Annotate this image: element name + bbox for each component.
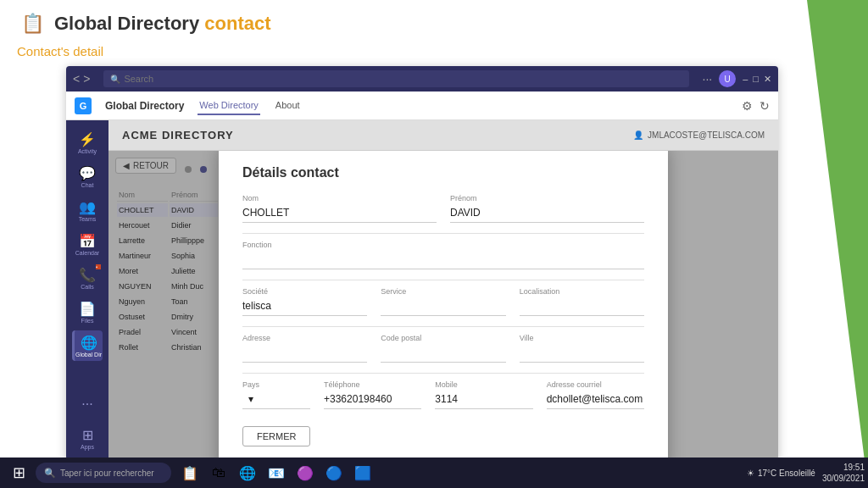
adresse-value — [242, 344, 367, 363]
app-window: < > 🔍 ··· U – □ ✕ G Global Directory Web… — [66, 66, 778, 460]
pays-value: ▾ — [242, 391, 310, 409]
apps-icon: ⊞ — [82, 427, 93, 443]
taskbar-mail-icon: 📧 — [268, 465, 285, 481]
search-input[interactable] — [124, 74, 682, 84]
prenom-value: DAVID — [450, 204, 644, 223]
sidebar-item-teams[interactable]: 👥 Teams — [72, 195, 103, 225]
taskbar-edge-icon: 🌐 — [239, 465, 256, 481]
weather-text: 17°C Ensoleillé — [758, 469, 815, 478]
taskbar-app-edge[interactable]: 🌐 — [234, 459, 261, 486]
fonction-value — [242, 251, 644, 269]
divider-4 — [242, 373, 644, 374]
notification-badge: • — [96, 264, 101, 269]
adresse-group: Adresse — [242, 334, 367, 363]
fonction-row: Fonction — [242, 241, 644, 269]
nav-app-title: Global Directory — [105, 100, 184, 112]
code-postal-group: Code postal — [381, 334, 505, 363]
email-group: Adresse courriel dchollet@telisca.com — [547, 380, 644, 409]
calendar-icon: 📅 — [79, 233, 96, 249]
sidebar-item-more[interactable]: ··· — [72, 389, 103, 419]
contact-detail-modal: Détails contact Nom CHOLLET Prénom DAVID — [219, 151, 668, 460]
taskbar-app-store[interactable]: 🛍 — [205, 459, 232, 486]
back-button[interactable]: < — [73, 72, 80, 86]
sidebar-item-chat[interactable]: 💬 Chat — [72, 161, 103, 191]
divider-2 — [242, 280, 644, 280]
sidebar-item-global-dir[interactable]: 🌐 Global Dir — [72, 330, 103, 361]
societe-value: telisca — [242, 297, 367, 316]
email-value: dchollet@telisca.com — [547, 391, 644, 409]
app-header-title: ACME DIRECTORY — [122, 129, 234, 141]
code-postal-label: Code postal — [381, 334, 505, 342]
telephone-group: Téléphone +33620198460 — [324, 380, 421, 409]
teams-sidebar: ⚡ Activity 💬 Chat 👥 Teams 📅 Calendar 📞 C… — [66, 120, 108, 460]
modal-overlay: Détails contact Nom CHOLLET Prénom DAVID — [108, 151, 778, 460]
directory-content: ◀ RETOUR Nom Prénom Voir Navigat — [108, 151, 778, 460]
localisation-group: Localisation — [520, 287, 644, 316]
app-logo: G — [75, 97, 92, 114]
maximize-button[interactable]: □ — [753, 74, 759, 85]
taskbar-apps: 📋 🛍 🌐 📧 🟣 🔵 🟦 — [176, 459, 376, 486]
sidebar-item-activity[interactable]: ⚡ Activity — [72, 127, 103, 158]
sidebar-item-files[interactable]: 📄 Files — [72, 297, 103, 327]
minimize-button[interactable]: – — [743, 74, 748, 85]
activity-icon: ⚡ — [79, 131, 96, 147]
refresh-icon[interactable]: ↻ — [760, 99, 770, 113]
user-email: JMLACOSTE@TELISCA.COM — [648, 130, 765, 140]
code-postal-value — [381, 344, 505, 363]
contact-row: Pays ▾ Téléphone +33620198460 — [242, 380, 644, 409]
taskbar-right: ☀ 17°C Ensoleillé 19:51 30/09/2021 — [747, 462, 865, 484]
nom-value: CHOLLET — [242, 204, 437, 223]
mobile-value: 3114 — [435, 391, 532, 409]
global-dir-icon: 🌐 — [81, 335, 97, 351]
forward-button[interactable]: > — [83, 72, 90, 86]
tab-web-directory[interactable]: Web Directory — [198, 97, 259, 115]
telephone-label: Téléphone — [324, 380, 421, 389]
prenom-label: Prénom — [450, 194, 644, 202]
windows-icon: ⊞ — [13, 463, 25, 482]
telephone-value: +33620198460 — [324, 391, 421, 409]
modal-title: Détails contact — [242, 165, 644, 180]
sidebar-item-apps[interactable]: ⊞ Apps — [72, 423, 103, 453]
settings-icon[interactable]: ⚙ — [742, 99, 753, 113]
taskbar-vscode-icon: 🔵 — [326, 465, 342, 481]
nom-label: Nom — [242, 194, 437, 202]
sidebar-item-calendar[interactable]: 📅 Calendar — [72, 229, 103, 259]
taskbar-explorer-icon: 📋 — [181, 465, 198, 481]
mobile-group: Mobile 3114 — [435, 380, 532, 409]
nav-right: ⚙ ↻ — [742, 99, 770, 113]
email-label: Adresse courriel — [547, 380, 644, 389]
localisation-value — [520, 297, 644, 316]
taskbar-app-vscode[interactable]: 🔵 — [320, 459, 348, 486]
more-options[interactable]: ··· — [703, 72, 713, 86]
divider-1 — [242, 233, 644, 234]
start-button[interactable]: ⊞ — [3, 458, 34, 488]
taskbar-app-teams[interactable]: 🟣 — [292, 459, 319, 486]
taskbar-store-icon: 🛍 — [212, 465, 225, 480]
title-bar: < > 🔍 ··· U – □ ✕ — [66, 66, 778, 92]
prenom-group: Prénom DAVID — [450, 194, 644, 223]
ville-value — [520, 344, 644, 363]
taskbar-search[interactable]: 🔍 Taper ici pour rechercher — [36, 463, 171, 483]
taskbar-app-explorer[interactable]: 📋 — [176, 459, 203, 486]
taskbar-app-mail[interactable]: 📧 — [263, 459, 290, 486]
taskbar-app-extra[interactable]: 🟦 — [349, 459, 376, 486]
pays-dropdown-icon[interactable]: ▾ — [248, 393, 253, 405]
service-value — [381, 297, 505, 316]
page-title: Global Directory contact — [54, 13, 271, 35]
close-button[interactable]: ✕ — [764, 74, 771, 85]
adresse-row: Adresse Code postal Ville — [242, 334, 644, 363]
title-bar-right: ··· U – □ ✕ — [703, 70, 771, 87]
window-controls: – □ ✕ — [743, 74, 771, 85]
service-label: Service — [381, 287, 505, 296]
service-group: Service — [381, 287, 505, 316]
mobile-label: Mobile — [435, 380, 532, 389]
teams-layout: ⚡ Activity 💬 Chat 👥 Teams 📅 Calendar 📞 C… — [66, 120, 778, 460]
fermer-button[interactable]: FERMER — [242, 426, 310, 446]
sidebar-item-calls[interactable]: 📞 Calls • — [72, 263, 103, 293]
background-accent — [766, 0, 868, 488]
search-bar[interactable]: 🔍 — [103, 70, 688, 87]
adresse-label: Adresse — [242, 334, 367, 342]
page-header: 📋 Global Directory contact — [17, 8, 271, 39]
tab-about[interactable]: About — [274, 97, 302, 115]
taskbar-search-text: Taper ici pour rechercher — [60, 469, 154, 478]
